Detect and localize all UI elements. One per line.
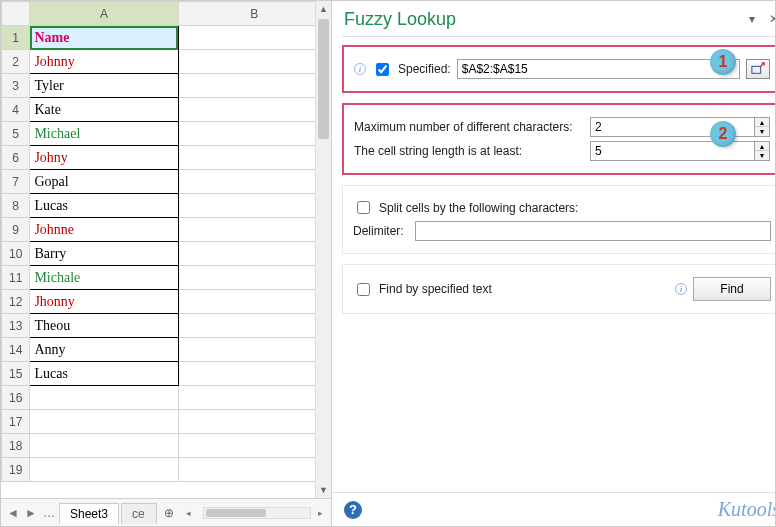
tab-next-partial[interactable]: ce	[121, 503, 157, 524]
cell[interactable]	[178, 386, 330, 410]
cell[interactable]	[178, 242, 330, 266]
cell[interactable]	[178, 458, 330, 482]
vertical-scrollbar[interactable]: ▲ ▼	[315, 1, 331, 498]
tab-nav-next[interactable]: ►	[23, 504, 39, 522]
info-icon[interactable]: i	[354, 63, 366, 75]
cell[interactable]	[178, 170, 330, 194]
specified-checkbox[interactable]	[376, 63, 389, 76]
row-header[interactable]: 10	[2, 242, 30, 266]
pane-close-icon[interactable]: ✕	[766, 12, 776, 28]
delimiter-input[interactable]	[415, 221, 771, 241]
cell[interactable]	[30, 410, 178, 434]
cell[interactable]	[178, 410, 330, 434]
split-checkbox[interactable]	[357, 201, 370, 214]
find-button[interactable]: Find	[693, 277, 771, 301]
row-header[interactable]: 9	[2, 218, 30, 242]
help-icon[interactable]: ?	[344, 501, 362, 519]
params-section: Maximum number of different characters: …	[342, 103, 776, 175]
row-header[interactable]: 11	[2, 266, 30, 290]
cell[interactable]: Lucas	[30, 194, 178, 218]
min-len-spin-down[interactable]: ▼	[755, 151, 769, 160]
cell[interactable]	[30, 386, 178, 410]
min-len-spin-up[interactable]: ▲	[755, 142, 769, 151]
cell[interactable]	[30, 434, 178, 458]
cell[interactable]: Barry	[30, 242, 178, 266]
min-len-field: ▲ ▼	[590, 141, 770, 161]
row-header[interactable]: 19	[2, 458, 30, 482]
col-header-B[interactable]: B	[178, 2, 330, 26]
tab-nav-more[interactable]: …	[41, 504, 57, 522]
row-header[interactable]: 17	[2, 410, 30, 434]
row-header[interactable]: 18	[2, 434, 30, 458]
row-header[interactable]: 6	[2, 146, 30, 170]
cell[interactable]	[178, 290, 330, 314]
cell[interactable]	[178, 338, 330, 362]
cell[interactable]	[178, 122, 330, 146]
col-header-A[interactable]: A	[30, 2, 178, 26]
select-all-corner[interactable]	[2, 2, 30, 26]
cell[interactable]: Johnne	[30, 218, 178, 242]
row-header[interactable]: 3	[2, 74, 30, 98]
cell[interactable]	[178, 26, 330, 50]
hscroll-left-icon[interactable]: ◂	[181, 508, 195, 518]
cell[interactable]	[178, 98, 330, 122]
cell[interactable]: Johny	[30, 146, 178, 170]
max-diff-spin-up[interactable]: ▲	[755, 118, 769, 127]
row-header[interactable]: 14	[2, 338, 30, 362]
cell[interactable]: Theou	[30, 314, 178, 338]
row-header[interactable]: 16	[2, 386, 30, 410]
find-by-text-label: Find by specified text	[379, 282, 669, 296]
max-diff-label: Maximum number of different characters:	[354, 120, 584, 134]
row-header[interactable]: 8	[2, 194, 30, 218]
cell[interactable]: Gopal	[30, 170, 178, 194]
cell[interactable]	[178, 218, 330, 242]
find-by-text-checkbox[interactable]	[357, 283, 370, 296]
info-icon[interactable]: i	[675, 283, 687, 295]
cell[interactable]	[178, 362, 330, 386]
min-len-label: The cell string length is at least:	[354, 144, 584, 158]
row-header[interactable]: 12	[2, 290, 30, 314]
add-sheet-button[interactable]: ⊕	[159, 506, 179, 520]
cell[interactable]: Michale	[30, 266, 178, 290]
cell[interactable]	[178, 146, 330, 170]
row-header[interactable]: 7	[2, 170, 30, 194]
cell[interactable]	[178, 434, 330, 458]
max-diff-spin-down[interactable]: ▼	[755, 127, 769, 136]
scroll-up-icon[interactable]: ▲	[316, 1, 331, 17]
cell[interactable]	[178, 266, 330, 290]
cell[interactable]	[30, 458, 178, 482]
cell[interactable]: Name	[30, 26, 178, 50]
delimiter-label: Delimiter:	[353, 224, 409, 238]
cell[interactable]	[178, 74, 330, 98]
tab-nav-prev[interactable]: ◄	[5, 504, 21, 522]
cell[interactable]: Anny	[30, 338, 178, 362]
horizontal-scrollbar[interactable]	[203, 507, 311, 519]
cell[interactable]: Johnny	[30, 50, 178, 74]
row-header[interactable]: 13	[2, 314, 30, 338]
scroll-thumb[interactable]	[318, 19, 329, 139]
grid[interactable]: A B 1Name2Johnny3Tyler4Kate5Michael6John…	[1, 1, 331, 482]
row-header[interactable]: 1	[2, 26, 30, 50]
spreadsheet: A B 1Name2Johnny3Tyler4Kate5Michael6John…	[1, 1, 332, 526]
cell[interactable]	[178, 314, 330, 338]
row-header[interactable]: 15	[2, 362, 30, 386]
hscroll-right-icon[interactable]: ▸	[313, 508, 327, 518]
cell[interactable]	[178, 50, 330, 74]
cell[interactable]: Tyler	[30, 74, 178, 98]
pane-menu-icon[interactable]: ▾	[744, 12, 760, 28]
cell[interactable]: Michael	[30, 122, 178, 146]
row-header[interactable]: 2	[2, 50, 30, 74]
cell[interactable]: Lucas	[30, 362, 178, 386]
range-picker-button[interactable]	[746, 59, 770, 79]
max-diff-field: ▲ ▼	[590, 117, 770, 137]
cell[interactable]: Kate	[30, 98, 178, 122]
cell[interactable]	[178, 194, 330, 218]
brand-label: Kutools	[718, 498, 776, 521]
scroll-down-icon[interactable]: ▼	[316, 482, 331, 498]
specified-label: Specified:	[398, 62, 451, 76]
specified-range-input[interactable]	[457, 59, 740, 79]
cell[interactable]: Jhonny	[30, 290, 178, 314]
row-header[interactable]: 4	[2, 98, 30, 122]
row-header[interactable]: 5	[2, 122, 30, 146]
tab-sheet3[interactable]: Sheet3	[59, 503, 119, 524]
